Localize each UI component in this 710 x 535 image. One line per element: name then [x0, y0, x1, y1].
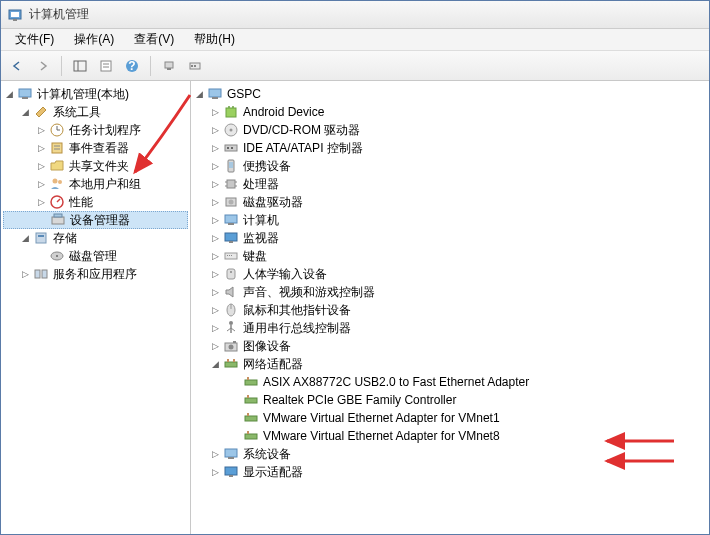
expander-icon[interactable]: ▷	[209, 448, 221, 460]
tree-system-tools[interactable]: ◢ 系统工具	[3, 103, 188, 121]
svg-rect-46	[229, 162, 233, 168]
svg-rect-43	[227, 147, 229, 149]
display-icon	[223, 464, 239, 480]
expander-icon[interactable]: ◢	[3, 88, 15, 100]
forward-button[interactable]	[31, 54, 55, 78]
network-adapter-vmnet8[interactable]: ▷VMware Virtual Ethernet Adapter for VMn…	[193, 427, 707, 445]
svg-rect-11	[167, 68, 171, 70]
network-adapter-vmnet1[interactable]: ▷VMware Virtual Ethernet Adapter for VMn…	[193, 409, 707, 427]
expander-icon[interactable]: ▷	[209, 196, 221, 208]
device-category-mouse[interactable]: ▷鼠标和其他指针设备	[193, 301, 707, 319]
device-category-processor[interactable]: ▷处理器	[193, 175, 707, 193]
expander-icon[interactable]: ▷	[209, 250, 221, 262]
expander-icon[interactable]: ◢	[209, 358, 221, 370]
menu-file[interactable]: 文件(F)	[5, 29, 64, 50]
expander-icon[interactable]: ▷	[35, 178, 47, 190]
tree-shared-folders[interactable]: ▷ 共享文件夹	[3, 157, 188, 175]
expander-icon[interactable]: ▷	[209, 286, 221, 298]
network-adapter-realtek[interactable]: ▷Realtek PCIe GBE Family Controller	[193, 391, 707, 409]
svg-point-41	[230, 129, 233, 132]
device-category-computer[interactable]: ▷计算机	[193, 211, 707, 229]
expander-icon[interactable]: ▷	[209, 340, 221, 352]
keyboard-icon	[223, 248, 239, 264]
expander-icon[interactable]: ◢	[193, 88, 205, 100]
expander-icon[interactable]: ▷	[209, 178, 221, 190]
help-button[interactable]: ?	[120, 54, 144, 78]
device-category-ide[interactable]: ▷IDE ATA/ATAPI 控制器	[193, 139, 707, 157]
tree-disk-mgmt[interactable]: ▷ 磁盘管理	[3, 247, 188, 265]
svg-rect-56	[225, 233, 237, 241]
device-category-keyboard[interactable]: ▷键盘	[193, 247, 707, 265]
svg-rect-78	[245, 398, 257, 403]
svg-point-66	[229, 321, 233, 325]
svg-rect-44	[231, 147, 233, 149]
tree-root-local[interactable]: ◢ 计算机管理(本地)	[3, 85, 188, 103]
menu-action[interactable]: 操作(A)	[64, 29, 124, 50]
svg-rect-57	[229, 241, 233, 243]
device-category-usb[interactable]: ▷通用串行总线控制器	[193, 319, 707, 337]
tree-local-users[interactable]: ▷ 本地用户和组	[3, 175, 188, 193]
tools-icon	[33, 104, 49, 120]
expander-icon[interactable]: ▷	[209, 322, 221, 334]
expander-icon[interactable]: ▷	[209, 124, 221, 136]
device-category-hid[interactable]: ▷人体学输入设备	[193, 265, 707, 283]
expander-icon[interactable]: ▷	[35, 124, 47, 136]
expander-icon[interactable]: ▷	[209, 466, 221, 478]
left-tree-pane[interactable]: ◢ 计算机管理(本地) ◢ 系统工具 ▷ 任务计划程序 ▷ 事件查看器 ▷ 共享…	[1, 81, 191, 534]
device-root[interactable]: ◢ GSPC	[193, 85, 707, 103]
expander-icon[interactable]: ▷	[209, 214, 221, 226]
expander-icon[interactable]: ▷	[209, 142, 221, 154]
expander-icon[interactable]: ▷	[19, 268, 31, 280]
svg-rect-81	[247, 413, 249, 416]
ide-icon	[223, 140, 239, 156]
svg-rect-33	[35, 270, 40, 278]
expander-icon[interactable]: ▷	[35, 196, 47, 208]
device-category-network[interactable]: ◢网络适配器	[193, 355, 707, 373]
svg-rect-34	[42, 270, 47, 278]
expander-icon[interactable]: ▷	[35, 142, 47, 154]
right-tree-pane[interactable]: ◢ GSPC ▷Android Device▷DVD/CD-ROM 驱动器▷ID…	[191, 81, 709, 534]
device-category-display[interactable]: ▷显示适配器	[193, 463, 707, 481]
computer-mgmt-icon	[17, 86, 33, 102]
expander-icon[interactable]: ▷	[209, 304, 221, 316]
back-button[interactable]	[5, 54, 29, 78]
tree-task-scheduler[interactable]: ▷ 任务计划程序	[3, 121, 188, 139]
device-category-disk_drive[interactable]: ▷磁盘驱动器	[193, 193, 707, 211]
tree-storage[interactable]: ◢ 存储	[3, 229, 188, 247]
svg-text:?: ?	[128, 59, 135, 73]
expander-icon[interactable]: ▷	[35, 160, 47, 172]
properties-button[interactable]	[94, 54, 118, 78]
svg-rect-37	[226, 108, 236, 117]
tree-event-viewer[interactable]: ▷ 事件查看器	[3, 139, 188, 157]
device-category-dvd[interactable]: ▷DVD/CD-ROM 驱动器	[193, 121, 707, 139]
tree-device-manager[interactable]: ▷ 设备管理器	[3, 211, 188, 229]
device-category-audio[interactable]: ▷声音、视频和游戏控制器	[193, 283, 707, 301]
tree-services-apps[interactable]: ▷ 服务和应用程序	[3, 265, 188, 283]
device-category-android[interactable]: ▷Android Device	[193, 103, 707, 121]
device-button[interactable]	[183, 54, 207, 78]
network-adapter-asix[interactable]: ▷ASIX AX88772C USB2.0 to Fast Ethernet A…	[193, 373, 707, 391]
expander-icon[interactable]: ▷	[209, 268, 221, 280]
audio-icon	[223, 284, 239, 300]
expander-icon[interactable]: ◢	[19, 106, 31, 118]
expander-icon[interactable]: ◢	[19, 232, 31, 244]
scan-button[interactable]	[157, 54, 181, 78]
svg-rect-84	[225, 449, 237, 457]
menu-view[interactable]: 查看(V)	[124, 29, 184, 50]
svg-rect-75	[233, 359, 235, 362]
expander-icon[interactable]: ▷	[209, 106, 221, 118]
svg-rect-77	[247, 377, 249, 380]
expander-icon[interactable]: ▷	[209, 160, 221, 172]
svg-rect-73	[225, 362, 237, 367]
device-category-system_dev[interactable]: ▷系统设备	[193, 445, 707, 463]
users-icon	[49, 176, 65, 192]
device-category-portable[interactable]: ▷便携设备	[193, 157, 707, 175]
device-category-imaging[interactable]: ▷图像设备	[193, 337, 707, 355]
show-hide-tree-button[interactable]	[68, 54, 92, 78]
expander-icon[interactable]: ▷	[209, 232, 221, 244]
menu-help[interactable]: 帮助(H)	[184, 29, 245, 50]
tree-performance[interactable]: ▷ 性能	[3, 193, 188, 211]
svg-rect-35	[209, 89, 221, 97]
svg-rect-27	[52, 217, 64, 224]
device-category-monitor[interactable]: ▷监视器	[193, 229, 707, 247]
